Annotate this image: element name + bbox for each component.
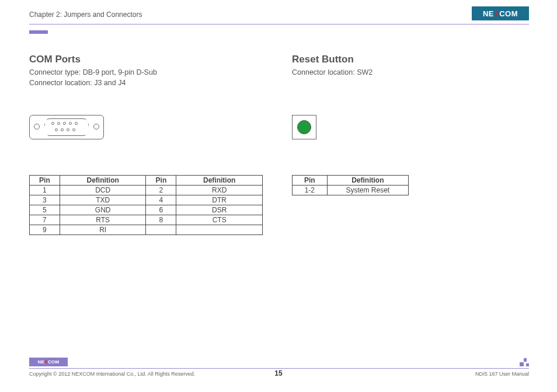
com-pinout-table: Pin Definition Pin Definition 1 DCD 2 RX…	[29, 175, 263, 235]
table-header: Definition	[60, 176, 146, 186]
brand-logo: NEXCOM	[472, 6, 529, 20]
table-header: Pin	[146, 176, 176, 186]
page-number: 15	[0, 369, 557, 377]
footer-decoration-icon	[521, 358, 529, 366]
header-rule	[29, 24, 529, 24]
table-row: 1-2 System Reset	[293, 186, 409, 195]
reset-connector-location: Connector location: SW2	[292, 68, 525, 78]
reset-pinout-table: Pin Definition 1-2 System Reset	[292, 175, 409, 195]
header-accent	[29, 30, 48, 34]
table-header: Pin	[30, 176, 60, 186]
table-row: 3 TXD 4 DTR	[30, 195, 263, 205]
footer-rule	[29, 368, 529, 369]
table-row: 1 DCD 2 RXD	[30, 186, 263, 195]
table-header: Pin	[293, 176, 328, 186]
com-connector-type: Connector type: DB-9 port, 9-pin D-Sub	[29, 68, 263, 78]
table-header: Definition	[176, 176, 263, 186]
footer-brand-logo: NEXCOM	[29, 358, 68, 366]
manual-name: NDiS 167 User Manual	[475, 371, 529, 377]
table-row: 7 RTS 8 CTS	[30, 215, 263, 225]
chapter-title: Chapter 2: Jumpers and Connectors	[29, 10, 142, 19]
reset-button-heading: Reset Button	[292, 54, 525, 65]
com-connector-location: Connector location: J3 and J4	[29, 78, 263, 89]
reset-button-circle	[297, 120, 311, 134]
table-row: 5 GND 6 DSR	[30, 205, 263, 215]
table-header: Definition	[327, 176, 408, 186]
brand-text: NEXCOM	[483, 9, 518, 18]
footer-brand-text: NEXCOM	[38, 359, 60, 365]
com-ports-heading: COM Ports	[29, 54, 263, 65]
table-row: 9 RI	[30, 225, 263, 235]
db9-connector-diagram	[29, 115, 104, 139]
reset-button-diagram	[292, 115, 316, 139]
